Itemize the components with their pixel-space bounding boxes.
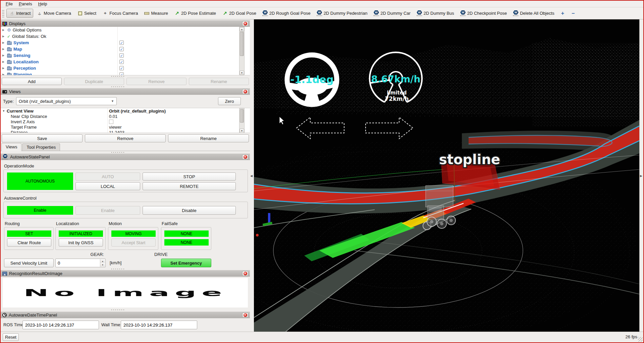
tool-interact[interactable]: ☝ Interact [6,9,33,18]
enable-button[interactable]: Enable [75,206,140,215]
views-scrollbar[interactable]: ▼ [239,108,245,133]
spinner-buttons[interactable]: ▲▼ [100,259,105,267]
tool-2d-checkpoint-pose[interactable]: WAutoware 2D Checkpoint Pose [458,9,509,18]
ros-time-field[interactable] [22,321,99,329]
view-type-dropdown[interactable]: Orbit (rviz_default_plugins) ▼ [16,97,117,105]
velocity-limit-spinbox[interactable]: ▲▼ [55,259,106,267]
render-viewport-3d[interactable]: -1.1deg 8.67km/h limited 72km/h stopline [254,19,639,332]
state-panel-titlebar[interactable]: WAutoware AutowareStatePanel ✕ [1,153,250,160]
menu-file[interactable]: File [3,1,16,7]
tree-row-map[interactable]: ▶ Map ✓ [1,46,250,52]
rename-view-button[interactable]: Rename [168,134,249,142]
remove-button[interactable]: Remove [126,78,186,85]
tool-move-camera[interactable]: Move Camera [34,9,74,18]
datetime-panel-titlebar[interactable]: AutowareDateTimePanel ✕ [1,312,250,318]
expand-arrow-icon[interactable]: ▶ [2,73,5,75]
set-emergency-button[interactable]: Set Emergency [161,259,211,267]
collapse-left-icon[interactable]: ◀ [250,174,253,178]
prop-row-near-clip[interactable]: Near Clip Distance 0.01 [1,114,250,119]
tab-views[interactable]: Views [1,143,21,151]
displays-scrollbar[interactable]: ▲ ▼ [239,27,245,75]
close-button[interactable]: ✕ [242,89,248,94]
send-velocity-limit-button[interactable]: Send Velocity Limit [4,259,54,267]
local-button[interactable]: LOCAL [75,182,140,190]
accept-start-button[interactable]: Accept Start [111,238,156,247]
add-button[interactable]: Add [2,78,62,85]
stop-button[interactable]: STOP [143,173,236,181]
rename-button[interactable]: Rename [189,78,249,85]
disable-button[interactable]: Disable [143,206,236,215]
velocity-limit-input[interactable] [56,261,105,266]
tree-row-sensing[interactable]: ▶ Sensing ✓ [1,52,250,59]
wall-time-field[interactable] [121,321,197,329]
expand-arrow-icon[interactable]: ▶ [2,54,5,57]
scroll-thumb[interactable] [240,109,244,123]
tree-row-planning[interactable]: ▶ Planning ✓ [1,71,250,75]
tool-select[interactable]: Select [74,9,99,18]
clear-route-button[interactable]: Clear Route [7,238,51,247]
enabled-checkbox[interactable]: ✓ [119,41,124,45]
scroll-thumb[interactable] [240,32,244,56]
enabled-checkbox[interactable]: ✓ [119,53,124,58]
tool-2d-pose-estimate[interactable]: ↗ 2D Pose Estimate [171,9,219,18]
remove-tool-button[interactable]: − [568,10,578,17]
enabled-checkbox[interactable]: ✓ [119,60,124,64]
expand-arrow-icon[interactable]: ▶ [2,28,5,31]
views-panel-titlebar[interactable]: Views ✕ [1,88,250,95]
displays-panel-titlebar[interactable]: Displays ✕ [1,20,250,27]
right-dock-strip[interactable]: ▶ [639,19,643,332]
tool-delete-all-objects[interactable]: WAutoware Delete All Objects [510,9,557,18]
tab-tool-properties[interactable]: Tool Properties [22,143,60,151]
menu-help[interactable]: Help [35,1,50,7]
tool-2d-goal-pose[interactable]: ↗ 2D Goal Pose [219,9,259,18]
scroll-down-icon[interactable]: ▼ [239,71,244,75]
prop-row-current-view[interactable]: ▼ Current View Orbit (rviz_default_plugi… [1,108,250,114]
prop-row-distance[interactable]: Distance 11.2403 [1,130,250,133]
collapse-right-icon[interactable]: ▶ [640,174,642,178]
enabled-checkbox[interactable]: ✓ [119,66,124,70]
prop-row-invert-z[interactable]: Invert Z Axis [1,119,250,124]
expand-arrow-icon[interactable]: ▶ [2,41,5,44]
dock-separator[interactable] [111,86,125,87]
scroll-down-icon[interactable]: ▼ [239,129,244,133]
close-button[interactable]: ✕ [242,154,248,159]
tree-row-system[interactable]: ▶ System ✓ [1,40,250,46]
dock-separator[interactable] [111,76,125,77]
tool-2d-dummy-pedestrian[interactable]: WAutoware 2D Dummy Pedestrian [314,9,370,18]
reset-button[interactable]: Reset [3,333,19,341]
close-button[interactable]: ✕ [242,313,248,318]
expand-arrow-icon[interactable]: ▶ [2,48,5,51]
dock-separator[interactable] [111,310,125,310]
dock-separator[interactable] [111,152,125,153]
tool-2d-rough-goal-pose[interactable]: WAutoware 2D Rough Goal Pose [260,9,313,18]
close-button[interactable]: ✕ [242,271,248,276]
expand-arrow-icon[interactable]: ▶ [2,67,5,70]
recognition-panel-titlebar[interactable]: RecognitionResultOnImage ✕ [1,270,250,277]
tool-2d-dummy-car[interactable]: WAutoware 2D Dummy Car [371,9,413,18]
resize-grip[interactable] [638,337,643,342]
expand-arrow-icon[interactable]: ▶ [2,35,5,38]
toolbar-drag-handle[interactable] [2,9,4,17]
tree-row-perception[interactable]: ▶ Perception ✓ [1,65,250,71]
dock-splitter[interactable]: ◀ [250,19,254,332]
tree-row-global-options[interactable]: ▶ ⚙ Global Options [1,27,250,33]
save-button[interactable]: Save [2,134,83,142]
prop-row-target-frame[interactable]: Target Frame viewer [1,124,250,130]
collapse-arrow-icon[interactable]: ▼ [2,110,5,113]
scroll-up-icon[interactable]: ▲ [239,27,244,31]
wall-time-input[interactable] [121,321,197,329]
add-tool-button[interactable]: + [558,10,568,17]
enable-active-button[interactable]: Enable [7,206,73,215]
close-button[interactable]: ✕ [242,21,248,26]
tree-row-localization[interactable]: ▶ Localization ✓ [1,59,250,65]
expand-arrow-icon[interactable]: ▶ [2,60,5,63]
autonomous-status-button[interactable]: AUTONOMOUS [7,173,73,190]
tool-measure[interactable]: Measure [141,9,171,18]
tree-row-global-status[interactable]: ▶ ✓ Global Status: Ok [1,33,250,40]
enabled-checkbox[interactable]: ✓ [119,47,124,51]
remove-view-button[interactable]: Remove [85,134,166,142]
dock-separator[interactable] [111,269,125,269]
menu-panels[interactable]: Panels [16,1,35,7]
invert-z-checkbox[interactable] [109,120,113,124]
zero-button[interactable]: Zero [218,97,241,105]
